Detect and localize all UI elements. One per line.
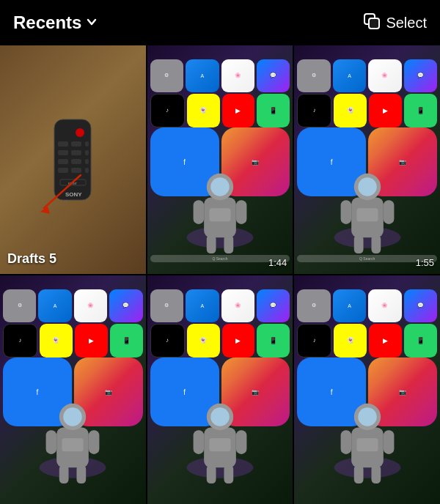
whatsapp-icon-4: 📱 (257, 324, 290, 358)
phone-screen-content-1: ⚙ A 🌸 💬 ♪ 👻 ▶ 📱 f 📷 (147, 45, 293, 274)
svg-point-25 (210, 178, 229, 196)
appstore-icon-5: A (333, 289, 366, 322)
app-row-4-mid: ♪ 👻 ▶ 📱 (150, 324, 290, 358)
app-row-1-top: ⚙ A 🌸 💬 (150, 59, 290, 92)
app-row-5-top: ⚙ A 🌸 💬 (297, 289, 437, 322)
astronaut-4 (180, 378, 260, 504)
messenger-icon-4: 💬 (257, 289, 290, 322)
svg-rect-29 (224, 235, 233, 253)
header: Recents Select (0, 0, 440, 45)
tiktok-icon-4: ♪ (150, 324, 185, 358)
svg-point-34 (358, 178, 376, 196)
app-row-3-top: ⚙ A 🌸 💬 (3, 289, 143, 322)
tiktok-icon-1: ♪ (150, 94, 185, 128)
snapchat-icon-1: 👻 (187, 94, 220, 128)
svg-rect-63 (384, 431, 395, 455)
phone-screen-4[interactable]: ⚙ A 🌸 💬 ♪ 👻 ▶ 📱 f 📷 (147, 275, 293, 504)
select-square-icon (362, 12, 381, 34)
phone-screen-1[interactable]: ⚙ A 🌸 💬 ♪ 👻 ▶ 📱 f 📷 (147, 45, 293, 274)
phone-screen-content-5: ⚙ A 🌸 💬 ♪ 👻 ▶ 📱 f 📷 (294, 275, 440, 504)
phone-screen-content-3: ⚙ A 🌸 💬 ♪ 👻 ▶ 📱 f 📷 (0, 275, 146, 504)
photos-icon-4: 🌸 (221, 289, 254, 322)
time-badge-1: 1:44 (268, 257, 287, 268)
phone-screen-3[interactable]: ⚙ A 🌸 💬 ♪ 👻 ▶ 📱 f 📷 (0, 275, 146, 504)
whatsapp-icon-1: 📱 (257, 94, 290, 128)
svg-rect-65 (371, 465, 381, 483)
svg-point-52 (210, 408, 229, 426)
youtube-icon-4: ▶ (222, 324, 255, 358)
time-badge-2: 1:55 (416, 257, 434, 268)
whatsapp-icon-5: 📱 (404, 324, 437, 358)
recents-title: Recents (13, 12, 81, 33)
svg-rect-48 (62, 439, 84, 452)
photo-grid: PRINT SONY α Drafts 5 ⚙ A 🌸 💬 ♪ 👻 (0, 45, 440, 504)
tiktok-icon-5: ♪ (297, 324, 331, 358)
svg-rect-12 (85, 159, 89, 164)
settings-icon-1: ⚙ (150, 59, 183, 92)
snapchat-icon-4: 👻 (187, 324, 220, 358)
photos-icon-2: 🌸 (368, 59, 401, 92)
drafts-cell[interactable]: PRINT SONY α Drafts 5 (0, 45, 146, 274)
chevron-down-icon (86, 16, 98, 31)
svg-rect-44 (46, 431, 57, 455)
astronaut-5 (327, 378, 407, 504)
drafts-arrow (37, 171, 95, 215)
settings-icon-2: ⚙ (297, 59, 330, 92)
youtube-icon-1: ▶ (222, 94, 255, 128)
whatsapp-icon-3: 📱 (110, 324, 143, 358)
svg-rect-7 (58, 150, 68, 155)
svg-rect-64 (353, 465, 363, 483)
snapchat-icon-2: 👻 (334, 94, 367, 128)
svg-rect-27 (236, 201, 247, 225)
app-row-1-mid: ♪ 👻 ▶ 📱 (150, 94, 290, 128)
header-actions: Select (362, 12, 427, 34)
svg-line-20 (44, 175, 81, 208)
drafts-label: Drafts 5 (7, 251, 56, 267)
select-button[interactable]: Select (362, 12, 427, 34)
app-row-5-mid: ♪ 👻 ▶ 📱 (297, 324, 437, 358)
search-text-1: Q Search (212, 256, 227, 261)
svg-rect-56 (224, 465, 233, 483)
astronaut-3 (33, 378, 113, 504)
app-row-4-top: ⚙ A 🌸 💬 (150, 289, 290, 322)
header-title-group[interactable]: Recents (13, 12, 98, 33)
app-row-2-top: ⚙ A 🌸 💬 (297, 59, 437, 92)
messenger-icon-5: 💬 (404, 289, 437, 322)
appstore-icon-3: A (38, 289, 71, 322)
search-text-2: Q Search (359, 256, 375, 261)
svg-rect-39 (356, 209, 378, 222)
phone-screen-content-2: ⚙ A 🌸 💬 ♪ 👻 ▶ 📱 f 📷 (294, 45, 440, 274)
snapchat-icon-5: 👻 (334, 324, 367, 358)
settings-icon-5: ⚙ (297, 289, 330, 322)
svg-rect-30 (209, 209, 230, 222)
appstore-icon-4: A (186, 289, 219, 322)
appstore-icon-2: A (333, 59, 366, 92)
app-row-2-mid: ♪ 👻 ▶ 📱 (297, 94, 437, 128)
svg-rect-66 (356, 439, 378, 452)
app-row-3-mid: ♪ 👻 ▶ 📱 (3, 324, 143, 358)
svg-rect-57 (209, 439, 230, 452)
phone-screen-2[interactable]: ⚙ A 🌸 💬 ♪ 👻 ▶ 📱 f 📷 (294, 45, 440, 274)
appstore-icon-1: A (186, 59, 219, 92)
phone-screen-5[interactable]: ⚙ A 🌸 💬 ♪ 👻 ▶ 📱 f 📷 (294, 275, 440, 504)
whatsapp-icon-2: 📱 (404, 94, 437, 128)
phone-screen-content-4: ⚙ A 🌸 💬 ♪ 👻 ▶ 📱 f 📷 (147, 275, 293, 504)
svg-rect-6 (85, 141, 89, 147)
photos-icon-5: 🌸 (368, 289, 401, 322)
svg-rect-10 (58, 159, 68, 164)
svg-point-61 (358, 408, 376, 426)
svg-rect-11 (71, 159, 81, 164)
svg-rect-36 (384, 201, 395, 225)
messenger-icon-3: 💬 (109, 289, 142, 322)
messenger-icon-1: 💬 (257, 59, 290, 92)
svg-rect-46 (59, 465, 69, 483)
select-label: Select (386, 15, 427, 32)
tiktok-icon-2: ♪ (297, 94, 331, 128)
svg-rect-8 (71, 150, 81, 155)
svg-rect-55 (207, 465, 216, 483)
tiktok-icon-3: ♪ (3, 324, 37, 358)
svg-rect-1 (369, 18, 379, 29)
svg-rect-37 (353, 235, 363, 253)
snapchat-icon-3: 👻 (40, 324, 73, 358)
messenger-icon-2: 💬 (404, 59, 437, 92)
